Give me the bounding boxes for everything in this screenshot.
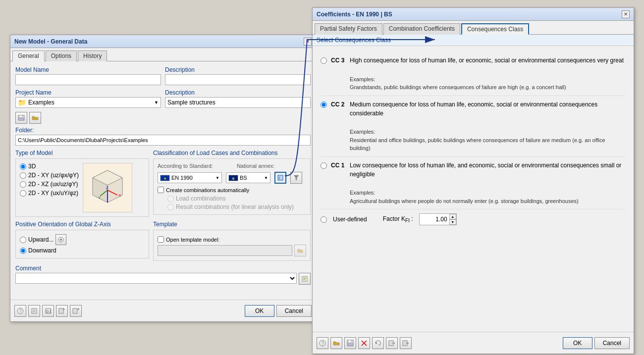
cc3-examples: Examples: Grandstands, public buildings … [350,67,626,92]
result-combinations-label: Result combinations (for linear analysis… [176,203,294,210]
folder-icon: 📁 [18,99,26,106]
spin-down-btn[interactable]: ▼ [449,219,456,225]
standard-value: EN 1990 [171,175,193,181]
upward-label: Upward... [28,236,54,243]
new-model-close-button[interactable]: ✕ [304,38,312,46]
radio-downward[interactable] [20,248,26,254]
cc3-description: High consequence for loss of human life,… [350,56,626,92]
model-3d-svg: Z Y X [85,165,130,210]
cc1-description: Low consequence for loss of human life, … [350,161,626,205]
user-defined-label: User-defined [333,216,367,223]
downward-label: Downward [28,247,56,254]
national-annex-label: National annex: [237,163,274,169]
coeff-open-btn[interactable] [330,337,342,349]
annex-dropdown-arrow: ▼ [264,176,268,180]
comment-select[interactable] [15,273,297,284]
cc2-description: Medium consequence for loss of human lif… [350,100,626,152]
coeff-save-btn[interactable] [344,337,356,349]
spin-buttons: ▲ ▼ [449,214,456,225]
coefficients-ok-button[interactable]: OK [563,337,592,349]
svg-text:Z: Z [106,186,108,190]
svg-rect-30 [59,308,63,313]
label-3d: 3D [28,163,36,170]
template-path-input [158,245,292,256]
calc-icon-btn[interactable]: 0.00 [42,305,54,317]
comment-label: Comment [15,265,311,272]
cc3-option: CC 3 High consequence for loss of human … [321,52,626,96]
save-icon-btn[interactable] [15,112,27,124]
radio-user-defined[interactable] [321,216,327,223]
description-label-1: Description [165,66,311,73]
svg-marker-46 [394,342,395,344]
coeff-export-btn[interactable] [400,337,412,349]
open-template-checkbox[interactable] [158,236,164,243]
open-icon-btn[interactable] [29,112,41,124]
coefficients-title: Coefficients - EN 1990 | BS [317,11,392,18]
tab-partial-safety[interactable]: Partial Safety Factors [315,23,382,35]
filter-icon-btn[interactable] [290,172,302,184]
comment-icon-btn[interactable] [299,273,311,285]
model-name-input[interactable] [15,74,161,85]
coeff-import-btn[interactable] [386,337,398,349]
radio-2d-xz[interactable] [20,181,26,188]
svg-point-17 [60,239,62,241]
description-input-2[interactable] [165,97,311,108]
tab-general[interactable]: General [12,51,45,61]
radio-cc2[interactable] [321,101,327,108]
factor-input-widget[interactable]: ▲ ▼ [419,213,457,225]
new-model-cancel-button[interactable]: Cancel [276,305,312,317]
coeff-undo-btn[interactable] [372,337,384,349]
folder-path-input[interactable] [15,135,311,146]
svg-marker-49 [408,342,409,344]
classification-header: Classification of Load Cases and Combina… [153,150,311,156]
according-to-label: According to Standard: [158,163,213,169]
coefficients-icon-btn[interactable]: Σ [274,172,286,184]
radio-2d-xy2[interactable] [20,190,26,197]
coefficients-tab-bar: Partial Safety Factors Combination Coeff… [313,21,634,35]
model-name-label: Model Name [15,66,161,73]
user-defined-row: User-defined Factor KFI : ▲ ▼ [321,209,626,229]
template-browse-btn[interactable] [294,245,306,256]
edit-icon-btn[interactable] [28,305,40,317]
standard-dropdown-arrow: ▼ [215,176,219,180]
help-icon-btn[interactable]: ? [14,305,26,317]
spin-up-btn[interactable]: ▲ [449,214,456,219]
radio-result-combinations [167,204,174,210]
radio-cc3[interactable] [321,57,327,64]
coeff-help-btn[interactable]: ? [317,337,328,349]
import-icon-btn[interactable] [56,305,68,317]
standard-select[interactable]: ★ EN 1990 ▼ [158,172,222,183]
export-icon-btn[interactable] [70,305,82,317]
svg-text:0.00: 0.00 [46,309,52,314]
upward-icon-btn[interactable] [55,234,66,245]
coefficients-close-button[interactable]: ✕ [622,10,630,18]
project-name-label: Project Name [15,89,161,96]
radio-load-combinations [167,196,174,202]
svg-text:?: ? [322,341,324,346]
new-model-toolbar: ? 0.00 OK Cancel [10,300,316,321]
national-annex-select[interactable]: ⊕ BS ▼ [226,172,270,183]
project-select[interactable]: 📁 Examples ▼ [15,97,161,108]
factor-value-input[interactable] [420,214,449,225]
tab-consequences-class[interactable]: Consequences Class [461,23,529,35]
pos-orientation-header: Positive Orientation of Global Z-Axis [15,221,149,228]
tab-combination-coefficients[interactable]: Combination Coefficients [383,23,460,35]
create-combinations-checkbox[interactable] [158,187,164,193]
new-model-window: New Model - General Data ✕ General Optio… [10,35,316,322]
radio-upward[interactable] [20,237,26,243]
coeff-delete-btn[interactable] [358,337,370,349]
radio-2d-xy1[interactable] [20,172,26,179]
tab-history[interactable]: History [78,51,107,61]
tab-options[interactable]: Options [46,51,77,61]
radio-3d[interactable] [20,163,26,170]
new-model-title: New Model - General Data [14,38,87,45]
coefficients-cancel-button[interactable]: Cancel [594,337,630,349]
coefficients-toolbar: ? OK Cancel [313,332,634,354]
select-consequences-label: Select Consequences Class [313,35,634,46]
description-input-1[interactable] [165,74,311,85]
model-preview: Z Y X [83,163,132,212]
new-model-ok-button[interactable]: OK [245,305,274,317]
radio-cc1[interactable] [321,162,327,169]
new-model-titlebar: New Model - General Data ✕ [10,35,316,48]
model-type-radio-group: 3D 2D - XY (uz/φx/φY) 2D - XZ (ux/uz/φY) [20,163,79,212]
